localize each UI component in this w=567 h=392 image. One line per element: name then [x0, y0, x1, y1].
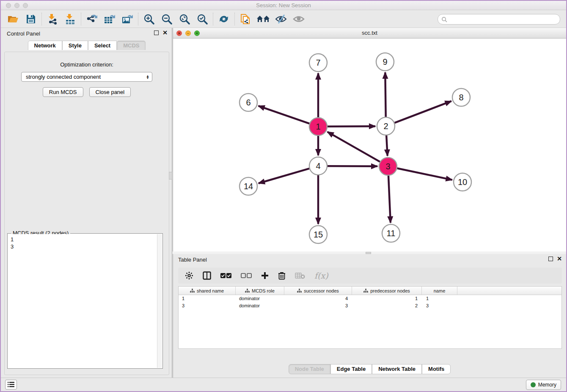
- cell-predecessor-nodes[interactable]: 1: [352, 295, 422, 302]
- node-9[interactable]: 9: [376, 53, 394, 71]
- column-header-predecessor-nodes[interactable]: predecessor nodes: [352, 287, 422, 295]
- delete-table-button[interactable]: [295, 272, 305, 279]
- network-window-titlebar[interactable]: ✕ − + scc.txt: [173, 28, 566, 39]
- edge-3-10[interactable]: [397, 168, 452, 180]
- tab-edge-table[interactable]: Edge Table: [330, 364, 372, 374]
- column-header-shared-name[interactable]: shared name: [179, 287, 236, 295]
- tab-network-table[interactable]: Network Table: [372, 364, 422, 374]
- cell-successor-nodes[interactable]: 3: [284, 302, 352, 309]
- deselect-all-button[interactable]: [241, 273, 252, 279]
- edge-2-8[interactable]: [395, 101, 451, 123]
- control-panel-tabs: Network Style Select MCDS: [2, 41, 172, 50]
- zoom-fit-button[interactable]: [176, 12, 193, 26]
- show-all-button[interactable]: [290, 12, 308, 26]
- import-network-icon: [47, 14, 58, 25]
- task-history-button[interactable]: [5, 380, 17, 389]
- cell-mcds-role[interactable]: dominator: [236, 302, 284, 309]
- cell-shared-name[interactable]: 1: [179, 295, 236, 302]
- function-builder-button[interactable]: f(x): [314, 271, 328, 280]
- search-box[interactable]: [438, 14, 560, 25]
- zoom-selected-button[interactable]: [193, 12, 211, 26]
- column-type-icon: [297, 289, 302, 293]
- float-table-panel-icon[interactable]: [548, 257, 553, 261]
- node-4[interactable]: 4: [309, 157, 327, 175]
- export-network-button[interactable]: [83, 12, 101, 26]
- edge-3-11[interactable]: [388, 176, 391, 223]
- edge-2-3[interactable]: [386, 135, 388, 156]
- refresh-layout-icon: [218, 14, 229, 24]
- column-header-mcds-role[interactable]: MCDS role: [236, 287, 284, 295]
- tab-style[interactable]: Style: [62, 41, 88, 50]
- eye-icon: [293, 15, 305, 23]
- node-15[interactable]: 15: [309, 226, 327, 243]
- mcds-result-text[interactable]: 1 3: [8, 234, 157, 368]
- search-input[interactable]: [447, 15, 560, 24]
- select-all-button[interactable]: [220, 273, 231, 279]
- cell-shared-name[interactable]: 3: [179, 302, 236, 309]
- float-panel-icon[interactable]: [154, 30, 159, 35]
- tab-mcds[interactable]: MCDS: [117, 41, 146, 50]
- add-column-button[interactable]: [261, 272, 269, 279]
- edge-2-9[interactable]: [385, 72, 385, 117]
- toolbar-separator: [138, 13, 138, 25]
- zoom-out-button[interactable]: [158, 12, 176, 26]
- edge-1-6[interactable]: [259, 106, 310, 124]
- node-3[interactable]: 3: [379, 157, 397, 175]
- cell-mcds-role[interactable]: dominator: [236, 295, 284, 302]
- node-2[interactable]: 2: [377, 117, 395, 135]
- result-scrollbar[interactable]: [157, 234, 162, 368]
- table-row[interactable]: 1 dominator 4 1 1: [179, 295, 561, 302]
- network-graph: 7968124314101511: [173, 39, 566, 251]
- memory-button[interactable]: Memory: [526, 380, 561, 390]
- node-10[interactable]: 10: [454, 173, 471, 191]
- edge-3-1[interactable]: [328, 132, 380, 162]
- table-row[interactable]: 3 dominator 3 2 3: [179, 302, 561, 309]
- save-session-button[interactable]: [22, 12, 40, 26]
- zoom-fit-icon: [179, 14, 190, 25]
- column-header-name[interactable]: name: [422, 287, 457, 295]
- export-image-button[interactable]: [118, 12, 136, 26]
- close-panel-button[interactable]: Close panel: [89, 87, 131, 97]
- node-8[interactable]: 8: [452, 88, 470, 106]
- import-network-button[interactable]: [44, 12, 61, 26]
- node-7[interactable]: 7: [309, 54, 327, 72]
- optimization-criterion-label: Optimization criterion:: [5, 61, 169, 68]
- node-14[interactable]: 14: [239, 177, 257, 195]
- node-label: 14: [244, 182, 253, 191]
- zoom-in-button[interactable]: [140, 12, 158, 26]
- vertical-splitter-handle[interactable]: [169, 172, 172, 179]
- edge-4-3[interactable]: [328, 166, 377, 166]
- import-table-button[interactable]: [61, 12, 79, 26]
- column-header-successor-nodes[interactable]: successor nodes: [284, 287, 352, 295]
- criterion-dropdown[interactable]: strongly connected component ▲▼: [21, 72, 152, 82]
- open-session-button[interactable]: [4, 12, 22, 26]
- node-1[interactable]: 1: [309, 118, 327, 135]
- show-column-panel-button[interactable]: [203, 271, 211, 280]
- delete-column-button[interactable]: [278, 271, 286, 280]
- close-table-panel-icon[interactable]: ✕: [557, 257, 562, 261]
- tab-node-table[interactable]: Node Table: [289, 364, 330, 374]
- cell-predecessor-nodes[interactable]: 2: [352, 302, 422, 309]
- clone-network-button[interactable]: [237, 12, 254, 26]
- close-panel-icon[interactable]: ✕: [162, 30, 168, 35]
- home-button[interactable]: [254, 12, 272, 26]
- export-table-button[interactable]: [101, 12, 118, 26]
- edge-4-14[interactable]: [259, 168, 309, 183]
- node-6[interactable]: 6: [239, 94, 257, 111]
- node-table: shared name MCDS role successor nodes pr…: [178, 286, 562, 349]
- node-label: 11: [387, 229, 396, 238]
- network-canvas[interactable]: 7968124314101511: [173, 39, 566, 251]
- edge-1-2[interactable]: [328, 126, 375, 127]
- node-11[interactable]: 11: [382, 224, 400, 242]
- network-view-window: ✕ − + scc.txt 7968124314101511: [173, 28, 566, 251]
- tab-motifs[interactable]: Motifs: [422, 364, 451, 374]
- cell-name[interactable]: 1: [422, 295, 457, 302]
- apply-layout-button[interactable]: [215, 12, 233, 26]
- table-settings-button[interactable]: [185, 271, 193, 280]
- cell-successor-nodes[interactable]: 4: [284, 295, 352, 302]
- run-mcds-button[interactable]: Run MCDS: [43, 87, 83, 97]
- hide-selected-button[interactable]: [272, 12, 290, 26]
- tab-select[interactable]: Select: [88, 41, 117, 50]
- tab-network[interactable]: Network: [28, 41, 62, 50]
- cell-name[interactable]: 3: [422, 302, 457, 309]
